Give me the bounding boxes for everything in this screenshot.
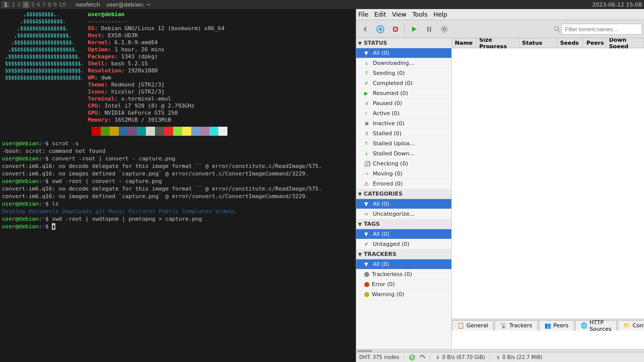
- status-errored-item[interactable]: ⚠ Errored (0): [356, 179, 451, 189]
- ascii-art: ,$$$$$$$$$,. ,$$$$$$$$$$$$$. ,$$$$$$$$$$…: [2, 11, 84, 124]
- status-stalled-down-item[interactable]: ↓ Stalled Down...: [356, 149, 451, 159]
- tab-http-sources[interactable]: 🌐 HTTP Sources: [575, 320, 617, 330]
- down-info: 0 B/s (67.70 GiB): [435, 354, 485, 360]
- tags-section-header[interactable]: ▼ TAGS: [356, 219, 451, 229]
- tab-content[interactable]: 📁 Content: [618, 320, 644, 330]
- status-moving-item[interactable]: → Moving (0): [356, 169, 451, 179]
- pause-button[interactable]: [422, 22, 436, 36]
- tab-general[interactable]: 📋 General: [452, 320, 494, 330]
- sysinfo-line: Resolution: 1920x1080: [88, 67, 225, 74]
- trackers-error-item[interactable]: Error (0): [356, 280, 451, 290]
- status-inactive-item[interactable]: ⏹ Inactive (0): [356, 119, 451, 129]
- wm-tag[interactable]: 1: [2, 2, 10, 8]
- status-stalled-upload-item[interactable]: ↑ Stalled Uploa...: [356, 139, 451, 149]
- delete-button[interactable]: [388, 22, 403, 36]
- categories-section-label: CATEGORIES: [364, 191, 403, 197]
- refresh-status[interactable]: [419, 354, 425, 360]
- taskbar-num[interactable]: 4: [23, 2, 29, 8]
- status-inactive-label: Inactive (0): [373, 120, 405, 127]
- tags-all-item[interactable]: ▼ All (0): [356, 229, 451, 239]
- status-completed-label: Completed (0): [373, 80, 413, 86]
- status-active-label: Active (0): [373, 110, 399, 117]
- taskbar-num[interactable]: 5: [31, 2, 35, 8]
- taskbar-num[interactable]: 3: [17, 2, 21, 8]
- sysinfo-sep: ------------: [88, 18, 225, 25]
- col-speed-header[interactable]: Down Speed: [606, 38, 644, 48]
- settings-button[interactable]: [437, 22, 451, 36]
- connected-icon: [409, 354, 415, 360]
- status-seeding-item[interactable]: ↑ Seeding (0): [356, 68, 451, 78]
- taskbar-num[interactable]: 2: [12, 2, 15, 8]
- col-peers-header[interactable]: Peers: [583, 38, 606, 48]
- trackers-trackerless-item[interactable]: Trackerless (0): [356, 269, 451, 280]
- tab-general-label: General: [466, 322, 488, 329]
- status-active-item[interactable]: ⚡ Active (0): [356, 109, 451, 119]
- svg-line-11: [558, 30, 560, 32]
- status-checking-item[interactable]: 🔄 Checking (0): [356, 159, 451, 169]
- categories-section-header[interactable]: ▼ CATEGORIES: [356, 189, 451, 199]
- trackers-warning-item[interactable]: Warning (0): [356, 290, 451, 300]
- col-status-header[interactable]: Status: [519, 38, 557, 48]
- col-size-header[interactable]: Size Progress: [476, 38, 519, 48]
- tags-arrow-icon: ▼: [358, 222, 362, 227]
- trackers-error-label: Error (0): [372, 281, 395, 288]
- torrent-list[interactable]: [452, 48, 644, 319]
- status-arrow-icon: ▼: [358, 41, 362, 46]
- status-all-item[interactable]: ▼ All (0): [356, 48, 451, 58]
- terminal-window[interactable]: ,$$$$$$$$$,. ,$$$$$$$$$$$$$. ,$$$$$$$$$$…: [0, 9, 356, 362]
- trackers-all-item[interactable]: ▼ All (0): [356, 259, 451, 269]
- trackers-section-header[interactable]: ▼ TRACKERS: [356, 249, 451, 259]
- statusbar-sep2: |: [429, 354, 431, 360]
- dht-label: DHT: 375 nodes: [359, 354, 399, 360]
- categories-all-item[interactable]: ▼ All (0): [356, 199, 451, 209]
- terminal-line: user@debian:~$ convert -root | convert -…: [2, 155, 354, 162]
- tab-trackers[interactable]: 📡 Trackers: [495, 320, 537, 330]
- status-downloading-item[interactable]: ↓ Downloading...: [356, 58, 451, 68]
- tab-peers[interactable]: 👥 Peers: [539, 320, 574, 330]
- pause-icon: [425, 25, 433, 33]
- terminal-line: convert-im6.q16: no decode delegate for …: [2, 185, 354, 193]
- taskbar-item-shell[interactable]: user@debian: ~: [106, 2, 151, 8]
- menu-tools[interactable]: Tools: [413, 11, 428, 18]
- sysinfo-line: WM: dwm: [88, 74, 225, 81]
- menu-file[interactable]: File: [358, 11, 368, 18]
- svg-point-10: [554, 27, 558, 31]
- terminal-commands[interactable]: user@debian:~$ scrot -s -bash: scrot: co…: [2, 140, 354, 230]
- tab-content-label: Content: [632, 322, 644, 329]
- back-button[interactable]: [358, 22, 372, 36]
- peers-tab-icon: 👥: [544, 322, 551, 329]
- add-torrent-button[interactable]: [373, 22, 387, 36]
- menu-help[interactable]: Help: [433, 11, 447, 18]
- moving-icon: →: [364, 171, 370, 176]
- search-input[interactable]: [561, 24, 642, 35]
- col-seeds-header[interactable]: Seeds: [557, 38, 583, 48]
- tags-untagged-item[interactable]: ✔ Untagged (0): [356, 239, 451, 249]
- resume-button[interactable]: [407, 22, 421, 36]
- sysinfo-line: Packages: 1343 (dpkg): [88, 53, 225, 60]
- status-section-header[interactable]: ▼ STATUS: [356, 38, 451, 48]
- taskbar-num[interactable]: 10: [59, 2, 66, 8]
- taskbar-num[interactable]: 7: [42, 2, 46, 8]
- status-all-icon: ▼: [364, 50, 370, 56]
- status-stalled-item[interactable]: ⏸ Stalled (0): [356, 129, 451, 139]
- taskbar-num[interactable]: 6: [37, 2, 40, 8]
- menu-view[interactable]: View: [392, 11, 406, 18]
- col-name-header[interactable]: Name: [452, 38, 476, 48]
- inactive-icon: ⏹: [364, 121, 370, 126]
- categories-uncat-label: Uncategorize...: [373, 211, 415, 217]
- taskbar-item-neofetch[interactable]: neofetch: [76, 2, 100, 8]
- taskbar-num[interactable]: 9: [53, 2, 57, 8]
- taskbar-num[interactable]: 8: [48, 2, 51, 8]
- categories-uncat-item[interactable]: ≡ Uncategorize...: [356, 209, 451, 219]
- svg-marker-6: [412, 27, 417, 32]
- status-paused-item[interactable]: ⏸ Paused (0): [356, 99, 451, 109]
- search-container: [553, 24, 642, 35]
- status-moving-label: Moving (0): [373, 170, 403, 177]
- scrollbar-thumb[interactable]: [357, 350, 372, 352]
- detail-tabs: 📋 General 📡 Trackers 👥 Peers 🌐: [452, 319, 644, 330]
- seeding-icon: ↑: [364, 70, 370, 76]
- status-resumed-item[interactable]: ▶ Resumed (0): [356, 88, 451, 99]
- back-icon: [361, 25, 369, 33]
- status-completed-item[interactable]: ✔ Completed (0): [356, 78, 451, 88]
- menu-edit[interactable]: Edit: [374, 11, 386, 18]
